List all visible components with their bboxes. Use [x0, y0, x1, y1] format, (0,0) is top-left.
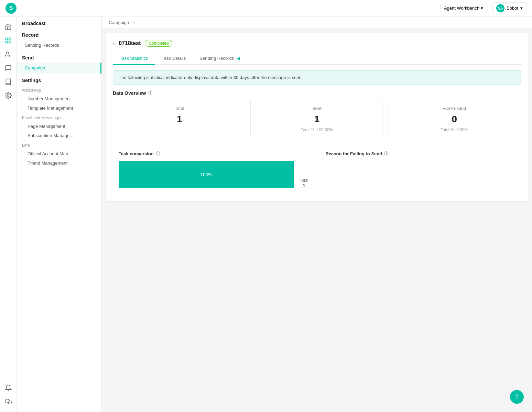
- task-conversion-info-icon[interactable]: ⓘ: [156, 151, 160, 157]
- task-conversion-card: Task conversion ⓘ 100% Total 1: [113, 145, 314, 194]
- stat-sent-label: Sent: [256, 106, 378, 111]
- overlay-chat-btn[interactable]: [2, 62, 14, 74]
- overlay-page-management[interactable]: Page Management: [17, 122, 101, 131]
- stat-card-sent: Sent 1 Total % 100.00%: [250, 100, 384, 138]
- svg-rect-13: [6, 38, 8, 40]
- user-avatar: So: [496, 4, 504, 12]
- top-nav-left: S: [6, 3, 17, 14]
- overlay-home-btn[interactable]: [2, 21, 14, 33]
- svg-point-18: [7, 95, 9, 97]
- overlay-breadcrumb-label: Campaign: [109, 20, 129, 25]
- conversion-bar-chart: 100%: [119, 161, 294, 188]
- stat-cards: Total 1 -- Sent 1 Total % 100.00% Fail-t…: [113, 100, 521, 138]
- status-badge: Completed: [145, 40, 172, 47]
- detail-panel: ‹ 0718test Completed Task Statistics Tas…: [106, 33, 528, 201]
- overlay-template-management[interactable]: Template Management: [17, 103, 101, 113]
- overlay-subscription-management[interactable]: Subscription Manage...: [17, 131, 101, 140]
- stat-fail-value: 0: [393, 114, 515, 125]
- stat-sent-value: 1: [256, 114, 378, 125]
- overlay-users-btn[interactable]: [2, 48, 14, 60]
- overlay-bell-btn[interactable]: [2, 382, 14, 394]
- stat-fail-sub: Total % 0.00%: [393, 127, 515, 132]
- stat-total-value: 1: [119, 114, 240, 125]
- data-overview-info-icon[interactable]: ⓘ: [148, 90, 152, 96]
- overlay-number-management[interactable]: Number Management: [17, 94, 101, 103]
- fail-reason-info-icon[interactable]: ⓘ: [384, 151, 388, 157]
- agent-workbench-label: Agent Workbench: [444, 5, 479, 11]
- overlay-broadcast-title: Broadcast: [17, 16, 101, 28]
- detail-title: 0718test: [119, 40, 141, 46]
- top-nav-right: Agent Workbench ▾ So Sobot ▾: [440, 2, 526, 14]
- svg-rect-15: [6, 41, 8, 43]
- svg-rect-16: [9, 41, 11, 43]
- overlay-breadcrumb: Campaign ×: [102, 16, 532, 29]
- overlay-send-title: Send: [17, 51, 101, 63]
- detail-header: ‹ 0718test Completed: [113, 40, 521, 47]
- overlay-main: Campaign × ‹ 0718test Completed Task Sta…: [102, 16, 532, 412]
- back-button[interactable]: ‹: [113, 40, 115, 46]
- tab-task-details[interactable]: Task Details: [155, 52, 193, 65]
- overlay-fb-title: Facebook Messenger: [17, 113, 101, 122]
- fail-reason-card: Reason for Failing to Send ⓘ: [320, 145, 521, 194]
- chevron-down-icon: ▾: [481, 5, 483, 11]
- stat-total-sub: --: [119, 127, 240, 132]
- fail-reason-title: Reason for Failing to Send ⓘ: [326, 151, 515, 157]
- svg-rect-14: [9, 38, 11, 40]
- stat-card-total: Total 1 --: [113, 100, 246, 138]
- overlay-sending-records[interactable]: Sending Records: [17, 40, 101, 51]
- user-chevron-icon: ▾: [520, 5, 523, 11]
- top-nav: S Agent Workbench ▾ So Sobot ▾: [0, 0, 532, 16]
- stat-sent-sub: Total % 100.00%: [256, 127, 378, 132]
- task-conversion-title: Task conversion ⓘ: [119, 151, 308, 157]
- svg-point-17: [6, 52, 9, 54]
- data-overview-title: Data Overview ⓘ: [113, 90, 521, 96]
- overlay-grid-btn[interactable]: [2, 34, 14, 47]
- overlay-record-title: Record: [17, 28, 101, 40]
- overlay-left-sidebar: Broadcast Record Sending Records Send Ca…: [17, 16, 102, 412]
- overlay-friend-management[interactable]: Friend Management: [17, 158, 101, 168]
- user-name-label: Sobot: [507, 5, 518, 11]
- stat-fail-label: Fail-to-send: [393, 106, 515, 111]
- app-logo: S: [6, 3, 17, 14]
- overlay-upload-btn[interactable]: [2, 396, 14, 408]
- detail-tabs: Task Statistics Task Details Sending Rec…: [113, 52, 521, 65]
- overlay-campaign-item[interactable]: Campaign: [17, 63, 101, 74]
- tab-task-statistics[interactable]: Task Statistics: [113, 52, 155, 65]
- stat-card-fail: Fail-to-send 0 Total % 0.00%: [388, 100, 521, 138]
- overlay-book-btn[interactable]: [2, 76, 14, 88]
- detail-overlay: Broadcast Record Sending Records Send Ca…: [0, 16, 532, 412]
- conversion-section: Task conversion ⓘ 100% Total 1: [113, 145, 521, 194]
- agent-workbench-button[interactable]: Agent Workbench ▾: [440, 4, 487, 12]
- overlay-icon-sidebar: [0, 16, 17, 412]
- stat-total-label: Total: [119, 106, 240, 111]
- user-menu-button[interactable]: So Sobot ▾: [492, 2, 526, 14]
- overlay-line-title: Line: [17, 140, 101, 149]
- notice-box: The following statistical indicator only…: [113, 70, 521, 85]
- overlay-settings-btn[interactable]: [2, 89, 14, 102]
- help-button[interactable]: ?: [510, 390, 524, 404]
- tab-sending-records[interactable]: Sending Records ◀: [193, 52, 247, 65]
- overlay-settings-title: Settings: [17, 74, 101, 85]
- overlay-official-account[interactable]: Official Account Man...: [17, 149, 101, 158]
- overlay-breadcrumb-close[interactable]: ×: [132, 20, 135, 25]
- overlay-whatsapp-title: WhatsApp: [17, 85, 101, 94]
- chart-total: Total 1: [300, 178, 308, 188]
